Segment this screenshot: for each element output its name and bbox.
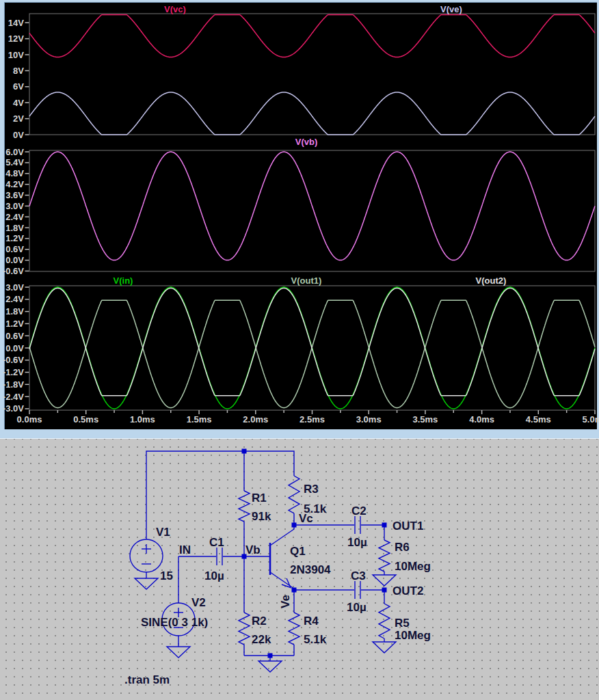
resistor-R3[interactable] bbox=[289, 476, 300, 513]
y-tick-label: 4.2V bbox=[5, 179, 24, 189]
label-v1-value[interactable]: 15 bbox=[160, 569, 173, 582]
y-tick-label: -2.4V bbox=[3, 392, 24, 402]
net-label-in[interactable]: IN bbox=[179, 543, 191, 556]
label-r2-name[interactable]: R2 bbox=[252, 615, 267, 628]
x-tick-label: 0.0ms bbox=[17, 414, 42, 425]
y-tick-label: -0.6V bbox=[3, 355, 24, 365]
trace-label-out2[interactable]: V(out2) bbox=[476, 276, 507, 286]
ground-symbol bbox=[167, 647, 190, 658]
y-tick-label: 5.4V bbox=[5, 157, 24, 167]
y-tick-label: 2.4V bbox=[5, 212, 24, 222]
trace-label-vb[interactable]: V(vb) bbox=[295, 137, 318, 147]
y-tick-label: 3.0V bbox=[5, 201, 24, 211]
voltage-source-V2[interactable] bbox=[162, 603, 195, 658]
label-c2-name[interactable]: C2 bbox=[351, 504, 367, 517]
label-r5-name[interactable]: R5 bbox=[395, 617, 410, 630]
y-tick-label: 1.2V bbox=[5, 233, 24, 243]
trace-V(vb)[interactable] bbox=[29, 152, 595, 260]
label-r2-value[interactable]: 22k bbox=[252, 633, 271, 646]
ground-symbol bbox=[135, 578, 158, 589]
net-label-ve[interactable]: Ve bbox=[279, 595, 292, 608]
label-r6-value[interactable]: 10Meg bbox=[395, 560, 431, 573]
resistor-R5[interactable] bbox=[379, 604, 390, 638]
x-tick-label: 3.0ms bbox=[356, 414, 382, 425]
trace-V(vc)[interactable] bbox=[29, 15, 595, 57]
y-tick-label: 8V bbox=[13, 66, 24, 76]
label-c2-value[interactable]: 10µ bbox=[347, 536, 367, 549]
x-tick-label: 2.0ms bbox=[243, 414, 268, 425]
schematic-editor[interactable]: V1 15 V2 SINE(0 3 1k) C1 10µ R1 91k R3 5… bbox=[0, 438, 599, 700]
x-tick-label: 3.5ms bbox=[412, 414, 438, 425]
label-r6-name[interactable]: R6 bbox=[395, 541, 410, 554]
capacitor-C1[interactable] bbox=[217, 548, 222, 565]
y-tick-label: 3.0V bbox=[5, 282, 24, 293]
schematic-canvas[interactable]: V1 15 V2 SINE(0 3 1k) C1 10µ R1 91k R3 5… bbox=[0, 439, 599, 700]
capacitor-C3[interactable] bbox=[355, 581, 360, 599]
trace-V(ve)[interactable] bbox=[29, 92, 595, 135]
x-tick-label: 0.5ms bbox=[73, 414, 98, 425]
spice-directive[interactable]: .tran 5m bbox=[124, 673, 170, 686]
x-tick-label: 1.5ms bbox=[187, 414, 212, 425]
label-q1-name[interactable]: Q1 bbox=[290, 545, 306, 558]
net-label-vc[interactable]: Vc bbox=[299, 512, 313, 525]
y-tick-label: 12V bbox=[8, 33, 24, 44]
x-tick-label: 5.0ms bbox=[583, 414, 599, 425]
label-r1-name[interactable]: R1 bbox=[252, 492, 267, 504]
trace-label-vc[interactable]: V(vc) bbox=[164, 5, 186, 14]
trace-label-out1[interactable]: V(out1) bbox=[291, 276, 322, 286]
label-r1-value[interactable]: 91k bbox=[252, 510, 271, 523]
x-tick-label: 4.5ms bbox=[526, 414, 551, 425]
pane-border bbox=[29, 150, 595, 271]
label-v2-name[interactable]: V2 bbox=[191, 596, 206, 609]
net-label-out1[interactable]: OUT1 bbox=[392, 520, 423, 533]
y-tick-label: 0V bbox=[13, 130, 24, 140]
y-tick-label: 2.4V bbox=[5, 294, 24, 304]
label-r5-value[interactable]: 10Meg bbox=[395, 629, 431, 642]
resistor-R1[interactable] bbox=[239, 491, 250, 522]
y-tick-label: 0.0V bbox=[5, 255, 24, 265]
y-tick-label: 3.6V bbox=[5, 190, 24, 200]
trace-V(out2)[interactable] bbox=[29, 288, 595, 396]
label-c1-name[interactable]: C1 bbox=[209, 536, 224, 549]
resistor-R2[interactable] bbox=[239, 612, 250, 645]
x-tick-label: 1.0ms bbox=[130, 414, 155, 425]
net-label-vb[interactable]: Vb bbox=[245, 543, 261, 556]
y-tick-label: -1.8V bbox=[3, 379, 24, 390]
label-v2-value[interactable]: SINE(0 3 1k) bbox=[141, 616, 208, 629]
label-c1-value[interactable]: 10µ bbox=[204, 569, 224, 582]
y-tick-label: 0.0V bbox=[5, 343, 24, 353]
y-tick-label: 1.8V bbox=[5, 223, 24, 233]
y-tick-label: 0.6V bbox=[5, 331, 24, 341]
y-tick-label: 6V bbox=[13, 81, 24, 92]
x-tick-label: 2.5ms bbox=[300, 414, 325, 425]
y-tick-label: -1.2V bbox=[3, 367, 24, 377]
label-c3-name[interactable]: C3 bbox=[351, 569, 366, 582]
label-r3-name[interactable]: R3 bbox=[304, 483, 319, 496]
voltage-source-V1[interactable] bbox=[130, 539, 163, 589]
y-tick-label: 1.2V bbox=[5, 319, 24, 329]
waveform-viewer: 14V12V10V8V6V4V2V0V6.0V5.4V4.8V4.2V3.6V3… bbox=[0, 0, 599, 438]
ground-symbol[interactable] bbox=[373, 642, 396, 653]
trace-V(out1)[interactable] bbox=[29, 300, 595, 407]
trace-label-ve[interactable]: V(ve) bbox=[440, 5, 462, 14]
y-tick-label: 14V bbox=[8, 18, 24, 28]
y-tick-label: 6.0V bbox=[5, 147, 24, 157]
label-q1-value[interactable]: 2N3904 bbox=[290, 563, 331, 576]
x-tick-label: 4.0ms bbox=[469, 414, 494, 425]
waveform-plot[interactable]: 14V12V10V8V6V4V2V0V6.0V5.4V4.8V4.2V3.6V3… bbox=[0, 0, 599, 438]
y-tick-label: 2V bbox=[13, 113, 24, 124]
resistor-R4[interactable] bbox=[289, 612, 300, 645]
y-tick-label: -0.6V bbox=[3, 266, 24, 276]
y-tick-label: 0.6V bbox=[5, 244, 24, 254]
label-v1-name[interactable]: V1 bbox=[156, 526, 170, 539]
trace-label-in[interactable]: V(in) bbox=[114, 276, 133, 286]
label-r4-name[interactable]: R4 bbox=[304, 615, 319, 628]
label-r4-value[interactable]: 5.1k bbox=[304, 633, 327, 646]
ground-symbol[interactable] bbox=[258, 661, 282, 672]
y-tick-label: 4V bbox=[13, 98, 24, 108]
capacitor-C2[interactable] bbox=[355, 516, 360, 534]
y-tick-label: -3.0V bbox=[3, 403, 24, 414]
label-c3-value[interactable]: 10µ bbox=[347, 601, 367, 614]
net-label-out2[interactable]: OUT2 bbox=[392, 584, 423, 597]
resistor-R6[interactable] bbox=[379, 540, 390, 571]
